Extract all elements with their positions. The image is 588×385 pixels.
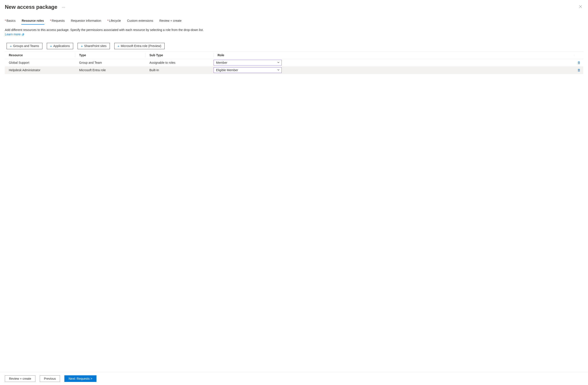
more-actions-button[interactable]: ⋯ xyxy=(62,5,65,9)
external-link-icon xyxy=(22,33,24,36)
description-text: Add different resources to this access p… xyxy=(5,28,204,32)
tab-requestor-information[interactable]: Requestor information xyxy=(71,19,101,25)
tab-label: Custom extensions xyxy=(127,19,153,22)
tab-custom-extensions[interactable]: Custom extensions xyxy=(127,19,153,25)
tab-review-create[interactable]: Review + create xyxy=(159,19,182,25)
tab-lifecycle[interactable]: *Lifecycle xyxy=(107,19,121,25)
cell-type: Group and Team xyxy=(75,60,146,66)
trash-icon xyxy=(577,68,581,72)
chevron-down-icon xyxy=(277,61,280,64)
col-type: Type xyxy=(75,52,146,59)
plus-icon: + xyxy=(50,44,52,48)
cell-type: Microsoft Entra role xyxy=(75,67,146,73)
role-value: Member xyxy=(216,61,227,64)
required-asterisk: * xyxy=(107,19,108,22)
tab-label: Requests xyxy=(52,19,64,22)
close-icon xyxy=(579,5,582,8)
previous-button[interactable]: Previous xyxy=(40,375,60,382)
close-button[interactable] xyxy=(578,4,583,9)
resources-table: Resource Type Sub Type Role Global Suppo… xyxy=(5,51,583,74)
cell-role: Eligible Member xyxy=(213,66,574,74)
learn-more-link[interactable]: Learn more xyxy=(5,33,24,36)
tab-label: Review + create xyxy=(159,19,182,22)
trash-icon xyxy=(577,61,581,64)
tab-label: Lifecycle xyxy=(109,19,121,22)
cell-subtype: Assignable to roles xyxy=(146,60,213,66)
page-title: New access package xyxy=(5,4,57,10)
role-dropdown[interactable]: Eligible Member xyxy=(213,67,282,73)
next-button[interactable]: Next: Requests > xyxy=(64,375,96,382)
col-actions xyxy=(574,53,583,57)
tab-label: Resource roles xyxy=(22,19,44,22)
tab-label: Requestor information xyxy=(71,19,101,22)
review-create-button[interactable]: Review + create xyxy=(5,375,35,382)
tab-description: Add different resources to this access p… xyxy=(0,25,209,37)
cell-role: Member xyxy=(213,59,574,66)
add-groups-teams-button[interactable]: + Groups and Teams xyxy=(7,43,42,49)
button-label: Groups and Teams xyxy=(13,44,39,48)
cell-resource: Helpdesk Administrator xyxy=(5,67,75,73)
col-role: Role xyxy=(213,52,574,59)
add-entra-role-button[interactable]: + Microsoft Entra role (Preview) xyxy=(114,43,165,49)
required-asterisk: * xyxy=(5,19,6,22)
wizard-footer: Review + create Previous Next: Requests … xyxy=(0,372,588,385)
tab-resource-roles[interactable]: Resource roles xyxy=(22,19,44,25)
col-subtype: Sub Type xyxy=(146,52,213,59)
required-asterisk: * xyxy=(50,19,51,22)
col-resource: Resource xyxy=(5,52,75,59)
add-resource-row: + Groups and Teams + Applications + Shar… xyxy=(0,37,588,51)
table-row: Helpdesk Administrator Microsoft Entra r… xyxy=(5,66,583,74)
table-row: Global Support Group and Team Assignable… xyxy=(5,59,583,66)
delete-row-button[interactable] xyxy=(574,68,583,72)
tab-label: Basics xyxy=(6,19,15,22)
table-header-row: Resource Type Sub Type Role xyxy=(5,52,583,59)
wizard-tabs: *Basics Resource roles *Requests Request… xyxy=(0,12,588,25)
cell-resource: Global Support xyxy=(5,60,75,66)
cell-subtype: Built-In xyxy=(146,67,213,73)
learn-more-label: Learn more xyxy=(5,33,21,36)
add-applications-button[interactable]: + Applications xyxy=(47,43,73,49)
tab-requests[interactable]: *Requests xyxy=(50,19,65,25)
add-sharepoint-sites-button[interactable]: + SharePoint sites xyxy=(78,43,110,49)
button-label: SharePoint sites xyxy=(84,44,106,48)
page-header: New access package ⋯ xyxy=(0,0,588,12)
button-label: Microsoft Entra role (Preview) xyxy=(121,44,161,48)
chevron-down-icon xyxy=(277,68,280,72)
tab-basics[interactable]: *Basics xyxy=(5,19,16,25)
plus-icon: + xyxy=(118,44,120,48)
plus-icon: + xyxy=(81,44,83,48)
button-label: Applications xyxy=(53,44,70,48)
delete-row-button[interactable] xyxy=(574,61,583,64)
role-value: Eligible Member xyxy=(216,68,238,72)
role-dropdown[interactable]: Member xyxy=(213,60,282,65)
plus-icon: + xyxy=(10,44,12,48)
